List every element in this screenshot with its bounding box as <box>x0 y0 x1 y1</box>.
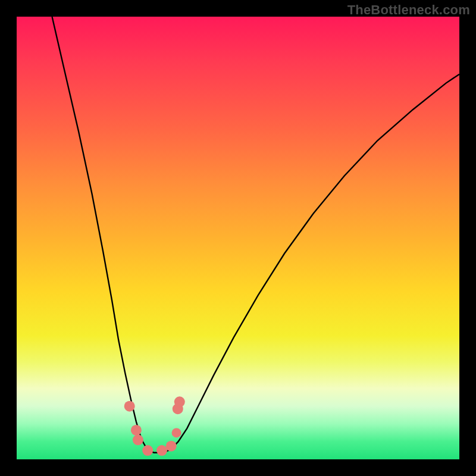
curve-marker <box>133 434 143 445</box>
curve-marker <box>142 445 153 456</box>
bottleneck-curve-svg <box>17 17 459 459</box>
chart-frame: TheBottleneck.com <box>0 0 476 476</box>
curve-marker <box>174 396 185 407</box>
curve-marker <box>156 445 167 456</box>
curve-marker <box>131 425 142 436</box>
curve-markers <box>124 396 185 456</box>
curve-path <box>52 17 460 453</box>
gradient-plot-area <box>17 17 459 459</box>
watermark-text: TheBottleneck.com <box>347 2 470 18</box>
curve-marker <box>166 441 177 452</box>
curve-marker <box>124 401 135 412</box>
curve-marker <box>172 428 181 437</box>
